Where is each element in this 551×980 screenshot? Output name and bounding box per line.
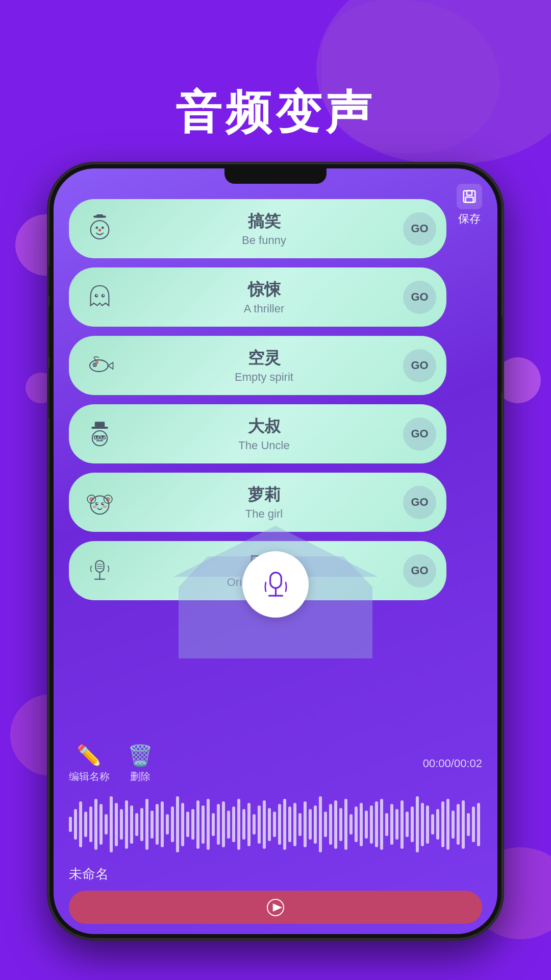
svg-point-32 (96, 502, 97, 503)
save-icon (457, 184, 482, 209)
wave-bar-36 (253, 814, 256, 835)
be-funny-go-btn[interactable]: GO (403, 212, 436, 246)
play-icon (266, 898, 285, 917)
wave-bar-18 (161, 801, 164, 847)
wave-bar-53 (339, 808, 342, 841)
wave-bar-17 (156, 804, 159, 845)
wave-bar-30 (222, 801, 225, 847)
waveform (69, 794, 482, 855)
wave-bar-80 (477, 803, 480, 846)
wave-bar-64 (395, 809, 398, 840)
uncle-name-cn: 大叔 (125, 415, 403, 438)
wave-bar-11 (125, 800, 128, 849)
uncle-text: 大叔 The Uncle (125, 415, 403, 452)
wave-bar-37 (258, 805, 261, 844)
thriller-icon (79, 277, 120, 317)
wave-bar-68 (416, 796, 419, 852)
wave-bar-63 (390, 804, 393, 845)
wave-bar-60 (375, 801, 378, 847)
wave-bar-7 (105, 814, 108, 835)
svg-rect-4 (96, 214, 103, 218)
wave-bar-4 (89, 806, 92, 842)
wave-bar-0 (69, 817, 72, 832)
svg-point-8 (98, 229, 101, 231)
thriller-name-cn: 惊悚 (125, 279, 403, 301)
svg-point-6 (95, 226, 98, 229)
wave-bar-61 (380, 799, 383, 850)
phone-volume-up-btn (48, 306, 49, 357)
phone-notch (224, 168, 327, 184)
wave-bar-29 (217, 804, 220, 845)
wave-bar-69 (421, 803, 424, 846)
wave-bar-23 (186, 812, 189, 837)
svg-point-11 (96, 295, 97, 296)
delete-button[interactable]: 🗑️ 删除 (128, 744, 153, 783)
wave-bar-34 (242, 809, 245, 840)
mic-section (54, 516, 497, 658)
svg-point-12 (103, 295, 104, 296)
wave-bar-66 (406, 812, 409, 837)
wave-bar-70 (426, 805, 429, 844)
wave-bar-48 (314, 805, 317, 844)
wave-bar-42 (283, 799, 286, 850)
wave-bar-6 (99, 804, 103, 845)
wave-bar-3 (84, 812, 87, 837)
uncle-go-btn[interactable]: GO (403, 418, 436, 451)
wave-bar-44 (293, 803, 296, 846)
girl-go-btn[interactable]: GO (403, 486, 436, 519)
wave-bar-73 (441, 801, 444, 847)
empty-spirit-name-cn: 空灵 (125, 347, 403, 370)
svg-point-34 (92, 505, 96, 508)
effect-thriller[interactable]: 惊悚 A thriller GO (69, 267, 446, 327)
wave-bar-57 (360, 803, 363, 846)
svg-point-13 (90, 360, 108, 372)
empty-spirit-go-btn[interactable]: GO (403, 349, 436, 382)
wave-bar-46 (304, 801, 307, 847)
phone-volume-mute-btn (48, 265, 49, 296)
wave-bar-19 (166, 814, 169, 835)
svg-point-7 (101, 226, 104, 229)
svg-marker-39 (273, 904, 281, 911)
wave-bar-16 (151, 811, 154, 839)
wave-bar-49 (319, 796, 322, 852)
wave-bar-9 (115, 803, 118, 846)
effect-empty-spirit[interactable]: 空灵 Empty spirit GO (69, 336, 446, 395)
uncle-name-en: The Uncle (125, 439, 403, 452)
wave-bar-33 (237, 799, 240, 850)
svg-rect-18 (94, 422, 105, 428)
play-button[interactable] (69, 891, 482, 924)
wave-bar-32 (232, 806, 235, 842)
edit-name-button[interactable]: ✏️ 编辑名称 (69, 744, 110, 783)
wave-bar-27 (207, 799, 210, 850)
thriller-go-btn[interactable]: GO (403, 281, 436, 314)
be-funny-name-cn: 搞笑 (125, 210, 403, 233)
wave-bar-74 (446, 799, 449, 850)
wave-bar-14 (140, 808, 143, 841)
wave-bar-13 (135, 813, 138, 836)
wave-bar-72 (436, 809, 439, 840)
wave-bar-35 (247, 803, 251, 846)
wave-bar-38 (263, 800, 266, 849)
effect-be-funny[interactable]: 搞笑 Be funny GO (69, 199, 446, 258)
wave-bar-20 (171, 806, 174, 842)
delete-label: 删除 (130, 770, 151, 783)
wave-bar-62 (385, 813, 388, 836)
wave-bar-52 (334, 800, 337, 849)
wave-bar-10 (120, 809, 123, 840)
wave-bar-15 (145, 799, 148, 850)
bottom-controls: ✏️ 编辑名称 🗑️ 删除 00:00/00:02 未命名 (69, 744, 482, 924)
save-button[interactable]: 保存 (457, 184, 482, 227)
be-funny-text: 搞笑 Be funny (125, 210, 403, 247)
wave-bar-76 (457, 804, 460, 845)
girl-name-cn: 萝莉 (125, 484, 403, 506)
empty-spirit-name-en: Empty spirit (125, 371, 403, 384)
wave-bar-55 (349, 814, 353, 835)
phone-volume-down-btn (48, 368, 49, 419)
effect-uncle[interactable]: 大叔 The Uncle GO (69, 404, 446, 463)
mic-button[interactable] (242, 551, 309, 618)
phone-power-btn (502, 316, 503, 393)
wave-bar-50 (324, 812, 327, 837)
wave-bar-21 (176, 796, 179, 852)
wave-bar-45 (298, 813, 302, 836)
wave-bar-41 (278, 804, 281, 845)
